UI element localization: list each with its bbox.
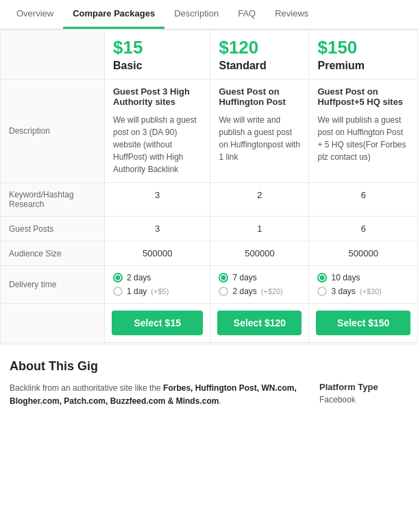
- standard-delivery-primary-radio[interactable]: [219, 273, 228, 282]
- basic-delivery-secondary-extra: (+$5): [151, 287, 169, 295]
- standard-desc-body: We will write and publish a guest post o…: [219, 114, 300, 163]
- premium-delivery-secondary-label: 3 days: [331, 287, 355, 296]
- about-text: Backlink from an authoritative site like…: [10, 382, 306, 408]
- tab-compare-packages[interactable]: Compare Packages: [63, 0, 164, 29]
- standard-select-button[interactable]: Select $120: [217, 311, 302, 335]
- premium-delivery-primary[interactable]: 10 days: [317, 273, 409, 282]
- premium-delivery-primary-radio[interactable]: [317, 273, 327, 282]
- tab-reviews[interactable]: Reviews: [265, 0, 318, 29]
- standard-delivery-options: 7 days 2 days (+$20): [219, 273, 300, 296]
- standard-delivery-secondary-label: 2 days: [232, 287, 256, 296]
- standard-delivery-secondary-radio[interactable]: [219, 287, 228, 296]
- premium-price: $150: [317, 37, 409, 58]
- standard-audience: 500000: [210, 241, 309, 266]
- about-body-post: .: [219, 396, 221, 406]
- standard-keyword: 2: [210, 183, 309, 217]
- basic-audience: 500000: [105, 241, 210, 266]
- about-title: About This Gig: [10, 359, 408, 374]
- select-label-empty: [1, 304, 105, 343]
- basic-select-button[interactable]: Select $15: [112, 311, 203, 335]
- basic-delivery-options: 2 days 1 day (+$5): [113, 273, 201, 296]
- basic-delivery-secondary[interactable]: 1 day (+$5): [113, 287, 201, 296]
- audience-size-row: Audience Size 500000 500000 500000: [1, 241, 418, 266]
- premium-audience: 500000: [309, 241, 418, 266]
- premium-desc-title: Guest Post on Huffpost+5 HQ sites: [317, 86, 409, 107]
- about-content: Backlink from an authoritative site like…: [10, 382, 408, 408]
- description-row: Description Guest Post 3 High Authority …: [1, 80, 418, 183]
- compare-packages-table: $15 Basic $120 Standard $150 Premium Des…: [0, 29, 418, 343]
- premium-description: Guest Post on Huffpost+5 HQ sites We wil…: [309, 80, 418, 183]
- basic-delivery-primary[interactable]: 2 days: [113, 273, 201, 282]
- premium-guest-posts: 6: [309, 217, 418, 241]
- standard-delivery-secondary[interactable]: 2 days (+$20): [219, 287, 300, 296]
- empty-header: [1, 30, 105, 80]
- keyword-label: Keyword/Hashtag Research: [1, 183, 105, 217]
- tab-overview[interactable]: Overview: [7, 0, 63, 29]
- basic-delivery-secondary-label: 1 day: [127, 287, 147, 296]
- audience-size-label: Audience Size: [1, 241, 105, 266]
- premium-header: $150 Premium: [309, 30, 418, 80]
- standard-select-cell: Select $120: [210, 304, 309, 343]
- standard-delivery: 7 days 2 days (+$20): [210, 266, 309, 304]
- premium-select-button[interactable]: Select $150: [316, 311, 410, 335]
- premium-delivery: 10 days 3 days (+$30): [309, 266, 418, 304]
- basic-header: $15 Basic: [105, 30, 210, 80]
- basic-select-cell: Select $15: [105, 304, 210, 343]
- delivery-time-row: Delivery time 2 days 1 day (+$5) 7: [1, 266, 418, 304]
- delivery-time-label: Delivery time: [1, 266, 105, 304]
- basic-price: $15: [113, 37, 201, 58]
- standard-delivery-primary-label: 7 days: [232, 273, 256, 282]
- select-buttons-row: Select $15 Select $120 Select $150: [1, 304, 418, 343]
- platform-type-value: Facebook: [319, 395, 408, 404]
- standard-delivery-primary[interactable]: 7 days: [219, 273, 300, 282]
- premium-delivery-secondary[interactable]: 3 days (+$30): [317, 287, 409, 296]
- premium-keyword: 6: [309, 183, 418, 217]
- basic-desc-body: We will publish a guest post on 3 (DA 90…: [113, 114, 201, 176]
- standard-name: Standard: [219, 60, 300, 72]
- basic-description: Guest Post 3 High Authority sites We wil…: [105, 80, 210, 183]
- basic-delivery-primary-label: 2 days: [127, 273, 151, 282]
- about-body-pre: Backlink from an authoritative site like…: [10, 383, 163, 393]
- tab-description[interactable]: Description: [164, 0, 228, 29]
- basic-desc-title: Guest Post 3 High Authority sites: [113, 86, 201, 107]
- standard-price: $120: [219, 37, 300, 58]
- description-label: Description: [1, 80, 105, 183]
- nav-tabs: Overview Compare Packages Description FA…: [0, 0, 418, 29]
- basic-keyword: 3: [105, 183, 210, 217]
- basic-delivery: 2 days 1 day (+$5): [105, 266, 210, 304]
- guest-posts-label: Guest Posts: [1, 217, 105, 241]
- premium-delivery-secondary-extra: (+$30): [360, 287, 382, 295]
- header-row: $15 Basic $120 Standard $150 Premium: [1, 30, 418, 80]
- standard-delivery-secondary-extra: (+$20): [261, 287, 283, 295]
- platform-type-label: Platform Type: [319, 382, 408, 392]
- basic-guest-posts: 3: [105, 217, 210, 241]
- standard-description: Guest Post on Huffington Post We will wr…: [210, 80, 309, 183]
- premium-delivery-options: 10 days 3 days (+$30): [317, 273, 409, 296]
- basic-name: Basic: [113, 60, 201, 72]
- keyword-row: Keyword/Hashtag Research 3 2 6: [1, 183, 418, 217]
- premium-delivery-secondary-radio[interactable]: [317, 287, 327, 296]
- platform-info: Platform Type Facebook: [319, 382, 408, 408]
- premium-desc-body: We will publish a guest post on Huffingt…: [317, 114, 409, 163]
- basic-delivery-secondary-radio[interactable]: [113, 287, 123, 296]
- premium-delivery-primary-label: 10 days: [331, 273, 360, 282]
- guest-posts-row: Guest Posts 3 1 6: [1, 217, 418, 241]
- standard-header: $120 Standard: [210, 30, 309, 80]
- premium-name: Premium: [317, 60, 409, 72]
- standard-guest-posts: 1: [210, 217, 309, 241]
- about-section: About This Gig Backlink from an authorit…: [0, 343, 418, 422]
- basic-delivery-primary-radio[interactable]: [113, 273, 123, 282]
- standard-desc-title: Guest Post on Huffington Post: [219, 86, 300, 107]
- premium-select-cell: Select $150: [309, 304, 418, 343]
- tab-faq[interactable]: FAQ: [228, 0, 265, 29]
